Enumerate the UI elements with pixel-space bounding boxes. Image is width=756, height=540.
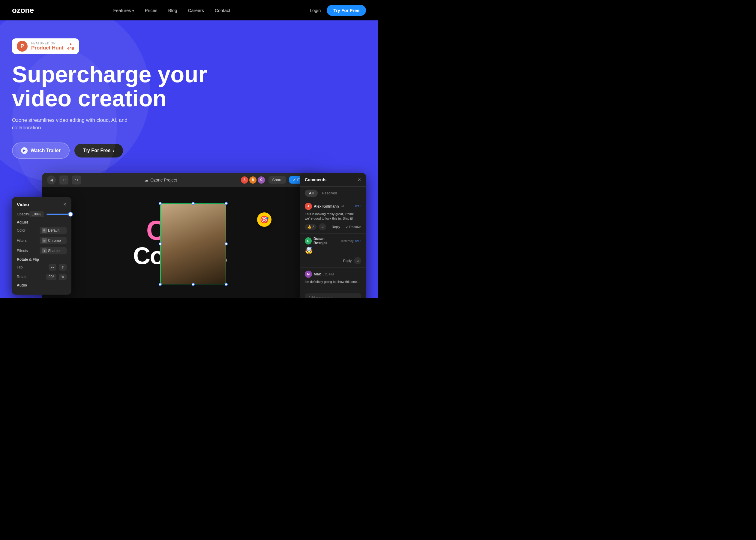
comments-header: Comments ✕ <box>300 173 366 187</box>
add-comment-section <box>300 290 366 298</box>
handle-top-mid[interactable] <box>192 202 195 205</box>
handle-bottom-right[interactable] <box>225 283 228 286</box>
product-hunt-badge[interactable]: P FEATURED ON Product Hunt ▲ 449 <box>12 38 79 54</box>
opacity-label: Opacity <box>17 212 29 216</box>
ph-logo-icon: P <box>17 41 28 52</box>
video-panel-header: Video ✕ <box>17 202 66 207</box>
editor-back-button[interactable]: ◀ <box>47 176 56 185</box>
comment-avatar-1: A <box>305 203 312 210</box>
opacity-row: Opacity 100% <box>17 211 66 217</box>
handle-top-left[interactable] <box>159 202 162 205</box>
brand-logo: ozone <box>12 6 34 15</box>
opacity-fill <box>47 213 70 215</box>
opacity-value: 100% <box>29 211 44 217</box>
color-select-icon: ⊞ <box>42 228 47 233</box>
rotate-icon-button[interactable]: ↻ <box>59 274 66 280</box>
comment-item-1: A Alex Kollmann 2d 0:18 This is looking … <box>300 200 366 234</box>
comments-tabs: All Resolved <box>300 187 366 200</box>
adjust-section-title: Adjust <box>17 220 66 224</box>
avatar-group: A B C <box>240 176 266 184</box>
rotate-value[interactable]: 90° <box>46 274 57 280</box>
login-link[interactable]: Login <box>310 8 321 13</box>
flip-vertical-button[interactable]: ⇕ <box>59 264 66 271</box>
filters-label: Filters <box>17 238 27 243</box>
share-button[interactable]: Share <box>269 176 286 184</box>
video-panel-close-icon[interactable]: ✕ <box>63 202 66 207</box>
handle-left-mid[interactable] <box>159 242 162 245</box>
play-icon: ▶ <box>21 147 28 154</box>
react-button-2[interactable]: ☺ <box>354 257 361 264</box>
editor-undo-button[interactable]: ↩ <box>60 176 68 185</box>
comments-panel: Comments ✕ All Resolved A Alex Kollmann … <box>300 173 366 298</box>
like-button-1[interactable]: 👍 2 <box>305 224 316 230</box>
comment-text-1: This is looking really great, I think we… <box>305 212 361 221</box>
flip-buttons: ⇔ ⇕ <box>49 264 66 271</box>
reply-button-2[interactable]: Reply <box>343 259 352 262</box>
video-panel-title: Video <box>17 202 29 207</box>
comment-author-2: Dusan Bosnjak <box>314 237 338 245</box>
comment-timestamp-2: 0:18 <box>355 239 361 243</box>
effects-row: Effects ◈ Sharper <box>17 247 66 254</box>
ph-votes: ▲ 449 <box>67 42 74 51</box>
resolve-button-1[interactable]: ✓ Resolve <box>346 225 361 229</box>
avatar-3: C <box>257 176 266 184</box>
comments-title: Comments <box>305 177 326 182</box>
nav-features[interactable]: Features <box>113 8 134 13</box>
nav-contact[interactable]: Contact <box>215 8 230 13</box>
opacity-thumb[interactable] <box>69 212 72 216</box>
rotate-label: Rotate <box>17 275 27 279</box>
comment-meta-3: M Max 3:25 PM <box>305 271 361 278</box>
tab-resolved[interactable]: Resolved <box>318 190 341 197</box>
audio-section-title: Audio <box>17 283 66 287</box>
filters-icon: ◎ <box>42 238 47 243</box>
filters-row: Filters ◎ Chrome <box>17 237 66 244</box>
avatar-2: B <box>249 176 257 184</box>
add-comment-input[interactable] <box>305 293 361 298</box>
resolve-icon: ✓ <box>346 225 348 229</box>
flip-horizontal-button[interactable]: ⇔ <box>49 264 57 271</box>
editor-redo-button[interactable]: ↪ <box>72 176 81 185</box>
comment-text-3: I'm definitely going to show this one... <box>305 280 361 284</box>
ph-text: FEATURED ON Product Hunt <box>31 42 63 51</box>
filters-select[interactable]: ◎ Chrome <box>40 237 66 244</box>
handle-right-mid[interactable] <box>225 242 228 245</box>
checkmark-icon: ✓ <box>293 178 296 182</box>
nav-blog[interactable]: Blog <box>168 8 177 13</box>
color-label: Color <box>17 228 26 232</box>
hero-title: Supercharge your video creation <box>12 63 216 110</box>
comment-actions-1: 👍 2 ☺ Reply ✓ Resolve <box>305 223 361 230</box>
handle-top-right[interactable] <box>225 202 228 205</box>
comment-meta-1: A Alex Kollmann 2d 0:18 <box>305 203 361 210</box>
opacity-slider[interactable]: 100% <box>29 211 70 217</box>
react-button-1[interactable]: ☺ <box>319 223 326 230</box>
reply-button-1[interactable]: Reply <box>332 225 340 228</box>
effects-select[interactable]: ◈ Sharper <box>40 247 66 254</box>
tab-all[interactable]: All <box>305 190 318 197</box>
comment-time-3: 3:25 PM <box>322 273 333 276</box>
comment-author-1: Alex Kollmann <box>314 204 339 208</box>
arrow-right-icon: › <box>113 148 114 153</box>
cloud-icon <box>144 178 149 183</box>
hero-ctas: ▶ Watch Trailer Try For Free › <box>12 143 366 159</box>
handle-bottom-mid[interactable] <box>192 283 195 286</box>
handle-bottom-left[interactable] <box>159 283 162 286</box>
effects-value: Sharper <box>48 249 61 253</box>
opacity-track[interactable] <box>47 213 70 215</box>
comment-meta-2: D Dusan Bosnjak Yesterday 0:18 <box>305 237 361 245</box>
rotate-controls: 90° ↻ <box>46 274 66 280</box>
nav-prices[interactable]: Prices <box>145 8 158 13</box>
watch-trailer-button[interactable]: ▶ Watch Trailer <box>12 143 69 159</box>
video-panel: Video ✕ Opacity 100% Adjust Color ⊞ D <box>12 197 71 295</box>
app-mockup: Video ✕ Opacity 100% Adjust Color ⊞ D <box>12 173 366 298</box>
editor-window: ◀ ↩ ↪ Ozone Project A B C Share <box>42 173 318 298</box>
editor-project-title: Ozone Project <box>144 178 177 183</box>
comment-avatar-2: D <box>305 237 312 244</box>
comments-close-icon[interactable]: ✕ <box>358 177 361 182</box>
try-free-button[interactable]: Try For Free › <box>74 144 123 158</box>
comment-emoji-2: 🤯 <box>305 247 361 255</box>
comment-time-2: Yesterday <box>340 239 353 243</box>
editor-canvas: Color Corrects <box>42 187 318 298</box>
nav-try-button[interactable]: Try For Free <box>327 5 366 16</box>
nav-careers[interactable]: Careers <box>188 8 204 13</box>
color-select[interactable]: ⊞ Default <box>40 227 66 234</box>
